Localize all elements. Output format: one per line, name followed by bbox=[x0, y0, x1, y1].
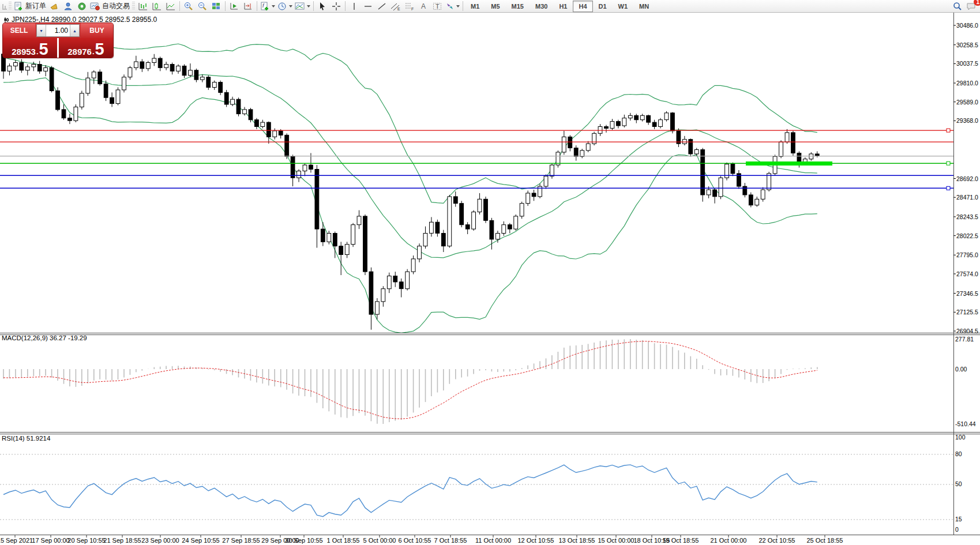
cursor-tool-button[interactable] bbox=[316, 1, 329, 12]
tf-button-w1[interactable]: W1 bbox=[613, 1, 634, 12]
y-axis-label: 30486.0 bbox=[956, 22, 978, 29]
tf-button-m1[interactable]: M1 bbox=[465, 1, 485, 12]
notifications-button[interactable]: 1 bbox=[964, 1, 978, 12]
tf-button-h1[interactable]: H1 bbox=[553, 1, 573, 12]
tf-button-m15[interactable]: M15 bbox=[506, 1, 530, 12]
tile-windows-button[interactable] bbox=[209, 1, 223, 12]
crosshair-tool-button[interactable] bbox=[329, 1, 343, 12]
toolbar-separator bbox=[345, 1, 346, 11]
signals-button[interactable] bbox=[75, 1, 89, 12]
text-tool-button[interactable]: A bbox=[416, 1, 430, 12]
highlight-zone-bar[interactable] bbox=[746, 161, 832, 166]
autotrading-button[interactable]: 自动交易 bbox=[89, 1, 131, 12]
candle bbox=[761, 190, 765, 199]
tf-button-mn[interactable]: MN bbox=[633, 1, 655, 12]
candle bbox=[514, 216, 518, 229]
horizontal-line-tool-button[interactable] bbox=[361, 1, 375, 12]
volume-down-button[interactable]: ▼ bbox=[37, 25, 46, 36]
zoom-out-button[interactable] bbox=[196, 1, 209, 12]
candle bbox=[550, 165, 554, 176]
candle bbox=[291, 156, 295, 178]
candle bbox=[20, 63, 24, 70]
tf-button-m30[interactable]: M30 bbox=[530, 1, 553, 12]
fibonacci-tool-button[interactable]: F bbox=[403, 1, 416, 12]
search-button[interactable] bbox=[951, 1, 964, 12]
buy-price-button[interactable]: 28976.5 bbox=[59, 38, 113, 58]
channel-tool-button[interactable]: E bbox=[389, 1, 403, 12]
candle bbox=[707, 190, 711, 195]
chart-shift-button[interactable] bbox=[241, 1, 255, 12]
candle bbox=[177, 66, 181, 71]
candle bbox=[484, 199, 488, 220]
toolbar-separator bbox=[179, 1, 180, 11]
fibonacci-icon: F bbox=[404, 2, 415, 11]
zoom-in-button[interactable] bbox=[182, 1, 196, 12]
candle bbox=[496, 234, 500, 239]
candle bbox=[345, 245, 349, 255]
candle bbox=[80, 93, 84, 107]
indicators-button[interactable]: f bbox=[259, 1, 276, 12]
line-chart-icon bbox=[166, 2, 176, 11]
tf-button-d1[interactable]: D1 bbox=[593, 1, 613, 12]
tf-button-h4[interactable]: H4 bbox=[573, 1, 592, 12]
candle bbox=[122, 77, 126, 90]
level-handle[interactable] bbox=[947, 186, 950, 190]
candle bbox=[779, 142, 783, 156]
arrows-tool-button[interactable] bbox=[444, 1, 461, 12]
tile-windows-icon bbox=[211, 2, 221, 11]
tf-button-m5[interactable]: M5 bbox=[485, 1, 505, 12]
publish-button[interactable] bbox=[47, 1, 61, 12]
level-handle[interactable] bbox=[947, 129, 950, 132]
bar-chart-button[interactable] bbox=[136, 1, 150, 12]
auto-scroll-button[interactable] bbox=[227, 1, 241, 12]
candle bbox=[32, 65, 36, 67]
candle bbox=[321, 229, 325, 242]
candle bbox=[423, 234, 427, 246]
volume-input[interactable]: 1.00 bbox=[46, 25, 70, 36]
line-chart-button[interactable] bbox=[164, 1, 178, 12]
bollinger-lower-band bbox=[3, 78, 817, 333]
candle bbox=[315, 170, 319, 230]
candlestick-chart-button[interactable] bbox=[150, 1, 164, 12]
candle bbox=[249, 110, 253, 120]
candle bbox=[586, 144, 590, 151]
sell-price-button[interactable]: 28953.5 bbox=[3, 38, 57, 58]
y-axis-label: 28022.5 bbox=[956, 232, 978, 239]
toolbar-separator bbox=[225, 1, 226, 11]
vertical-line-icon bbox=[350, 2, 358, 11]
toolbar-grip bbox=[9, 2, 12, 10]
level-handle[interactable] bbox=[947, 161, 950, 165]
x-axis-label: 27 Sep 18:55 bbox=[222, 537, 260, 544]
chart-canvas[interactable]: 30486.030258.530037.529810.029589.029368… bbox=[0, 0, 980, 545]
candle bbox=[508, 225, 512, 229]
new-order-button[interactable]: 新订单 bbox=[13, 1, 47, 12]
x-axis-label: 13 Oct 18:55 bbox=[559, 537, 595, 544]
candle bbox=[652, 122, 656, 126]
vertical-line-tool-button[interactable] bbox=[347, 1, 361, 12]
candle bbox=[617, 122, 621, 126]
candle bbox=[158, 58, 162, 67]
templates-button[interactable] bbox=[294, 1, 311, 12]
candlestick-chart-icon bbox=[152, 2, 162, 11]
one-click-trade-panel: SELL ▼ 1.00 ▲ BUY 28953.5 28976.5 bbox=[3, 23, 113, 58]
community-button[interactable] bbox=[61, 1, 75, 12]
periods-button[interactable] bbox=[276, 1, 294, 12]
candle bbox=[266, 122, 271, 137]
candle bbox=[98, 72, 102, 84]
candle bbox=[809, 154, 813, 159]
toolbar-separator bbox=[313, 1, 314, 11]
candle bbox=[74, 107, 78, 121]
buy-button[interactable]: BUY bbox=[81, 23, 113, 38]
candle bbox=[92, 72, 96, 78]
autotrading-icon bbox=[90, 2, 100, 11]
buy-price-main: 28976 bbox=[67, 47, 92, 56]
candle bbox=[791, 133, 795, 153]
sell-button[interactable]: SELL bbox=[3, 23, 35, 38]
candle bbox=[182, 66, 186, 75]
volume-up-button[interactable]: ▲ bbox=[70, 25, 79, 36]
trendline-tool-button[interactable] bbox=[375, 1, 389, 12]
search-icon bbox=[952, 2, 963, 11]
text-label-tool-button[interactable]: T bbox=[430, 1, 444, 12]
candle bbox=[206, 77, 211, 88]
candle bbox=[411, 259, 415, 272]
